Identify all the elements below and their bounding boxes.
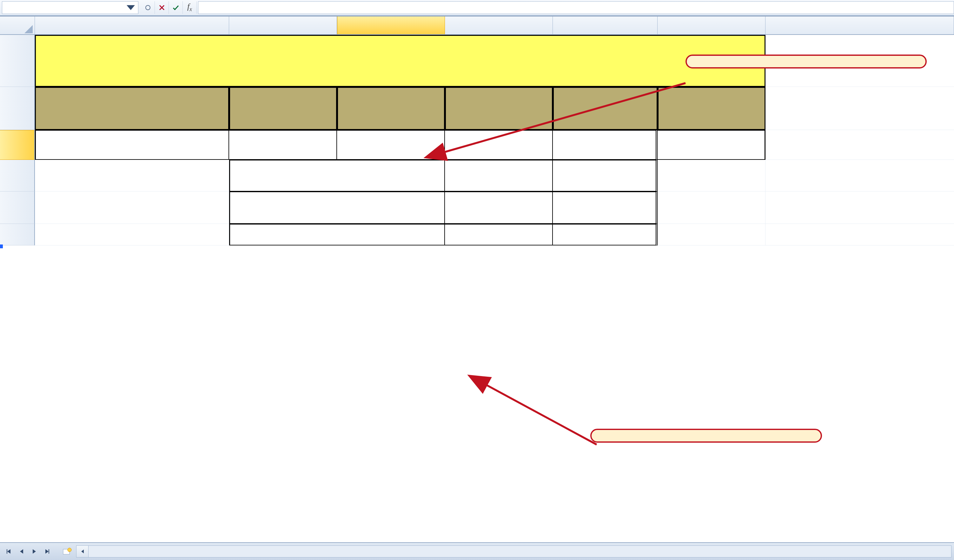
row-header-2[interactable] [0, 87, 35, 130]
confirm-entry-icon[interactable] [169, 1, 183, 14]
tab-nav-first-icon[interactable] [3, 544, 15, 558]
col-header-next[interactable] [765, 17, 954, 34]
col-header-F[interactable] [658, 17, 765, 34]
insert-function-icon[interactable]: fx [183, 1, 197, 14]
cell-A13[interactable] [35, 160, 229, 191]
cell-D14[interactable] [445, 191, 553, 224]
svg-marker-13 [45, 549, 48, 554]
totals-B[interactable] [229, 130, 337, 160]
row-header-15[interactable] [0, 224, 35, 246]
cell-E14[interactable] [553, 191, 658, 224]
svg-point-1 [146, 5, 150, 10]
row-15 [0, 224, 954, 246]
col-header-B[interactable] [229, 17, 337, 34]
svg-marker-0 [126, 5, 135, 10]
col-header-A[interactable] [35, 17, 229, 34]
cell-D15[interactable] [445, 224, 553, 246]
row-header-12[interactable] [0, 130, 35, 160]
svg-marker-9 [7, 549, 11, 554]
cell-F15[interactable] [658, 224, 765, 246]
row-header-1[interactable] [0, 35, 35, 87]
svg-marker-17 [81, 549, 84, 553]
title-merged-cell[interactable] [35, 35, 765, 87]
active-formula-cell[interactable] [337, 130, 445, 160]
row-13 [0, 160, 954, 191]
col-header-E[interactable] [553, 17, 658, 34]
name-box[interactable] [2, 1, 139, 14]
label-min-spend[interactable] [229, 224, 445, 246]
header-percent-change[interactable] [658, 87, 765, 130]
col-header-D[interactable] [445, 17, 553, 34]
column-header-row [0, 17, 954, 35]
horizontal-scrollbar[interactable] [76, 545, 951, 557]
row-header-14[interactable] [0, 191, 35, 224]
callout-formula-description [590, 429, 822, 443]
svg-rect-14 [48, 549, 49, 554]
cell-E13[interactable] [553, 160, 658, 191]
tab-nav-buttons [0, 544, 56, 558]
header-percent-total[interactable] [229, 87, 337, 130]
svg-rect-10 [7, 549, 7, 554]
totals-F[interactable] [658, 130, 765, 160]
svg-marker-11 [20, 549, 23, 554]
svg-marker-12 [33, 549, 36, 554]
svg-line-8 [484, 384, 597, 445]
label-average-spend[interactable] [229, 191, 445, 224]
totals-D[interactable] [445, 130, 553, 160]
name-box-dropdown-icon[interactable] [126, 3, 135, 12]
header-ly-spend[interactable] [553, 87, 658, 130]
formula-input[interactable] [198, 1, 954, 14]
cell-D13[interactable] [445, 160, 553, 191]
row-2 [0, 87, 954, 130]
cell-A15[interactable] [35, 224, 229, 246]
new-sheet-icon[interactable] [61, 545, 73, 558]
header-annual-spend[interactable] [445, 87, 553, 130]
worksheet-grid [0, 16, 954, 246]
cell-F14[interactable] [658, 191, 765, 224]
scroll-left-icon[interactable] [76, 546, 89, 557]
selection-range-outline [0, 246, 2, 247]
cell-E15[interactable] [553, 224, 658, 246]
formula-bar: fx [0, 0, 954, 16]
expand-formula-icon[interactable] [141, 1, 155, 14]
sheet-tab-strip [0, 542, 954, 560]
row-12 [0, 130, 954, 160]
svg-point-16 [68, 548, 72, 552]
tab-nav-next-icon[interactable] [28, 544, 41, 558]
select-all-corner[interactable] [0, 17, 35, 34]
header-category[interactable] [35, 87, 229, 130]
row-header-13[interactable] [0, 160, 35, 191]
row-14 [0, 191, 954, 224]
cell-A14[interactable] [35, 191, 229, 224]
cell-F13[interactable] [658, 160, 765, 191]
totals-label-cell[interactable] [35, 130, 229, 160]
label-number-categories[interactable] [229, 160, 445, 191]
callout-range-description [686, 54, 927, 68]
cancel-entry-icon[interactable] [155, 1, 169, 14]
tab-nav-last-icon[interactable] [41, 544, 53, 558]
header-monthly-spend[interactable] [337, 87, 445, 130]
totals-E[interactable] [553, 130, 658, 160]
tab-nav-prev-icon[interactable] [15, 544, 28, 558]
svg-marker-4 [25, 25, 33, 33]
col-header-C[interactable] [337, 17, 445, 34]
